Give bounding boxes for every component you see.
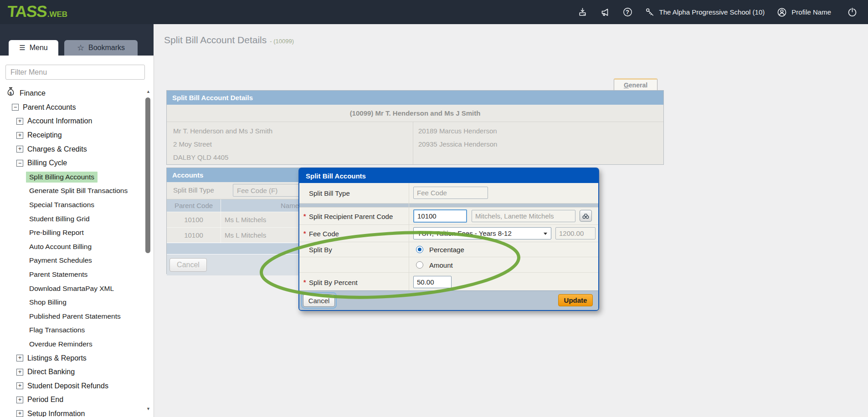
binoculars-icon: [581, 212, 590, 220]
split-bill-type-field: [413, 187, 488, 199]
menu-tree: $ Finance − Parent Accounts + Account In…: [0, 86, 145, 417]
school-switcher[interactable]: The Alpha Progressive School (10): [645, 7, 765, 17]
student-line: 20935 Jessica Henderson: [418, 137, 497, 151]
tab-bookmarks-label: Bookmarks: [88, 44, 125, 52]
tab-menu-label: Menu: [30, 44, 48, 52]
person-icon: [776, 7, 787, 18]
tass-web-logo[interactable]: TASS .WEB: [7, 2, 67, 20]
sidebar-item-listings-reports[interactable]: + Listings & Reports: [0, 351, 145, 365]
help-icon[interactable]: ?: [622, 7, 633, 17]
split-bill-accounts-modal: Split Bill Accounts Split Bill Type * Sp…: [298, 168, 599, 311]
search-parent-button[interactable]: [580, 210, 592, 222]
split-recipient-parent-code-label: Split Recipient Parent Code: [309, 212, 393, 220]
account-address: Mr T. Henderson and Ms J Smith 2 Moy Str…: [173, 124, 272, 164]
scrollbar-up-icon[interactable]: ▲: [146, 89, 150, 94]
sidebar-item-pre-billing-report[interactable]: Pre-billing Report: [0, 226, 145, 240]
account-heading: (10099) Mr T. Henderson and Ms J Smith: [167, 105, 663, 122]
address-line: Mr T. Henderson and Ms J Smith: [173, 124, 272, 137]
chevron-down-icon: [544, 233, 547, 235]
expand-icon[interactable]: +: [16, 132, 23, 139]
svg-text:$: $: [10, 91, 12, 96]
logo-subtext: .WEB: [47, 10, 67, 19]
collapse-icon[interactable]: −: [12, 104, 19, 111]
sidebar-item-split-billing-accounts[interactable]: Split Billing Accounts: [0, 170, 145, 184]
download-icon[interactable]: [577, 7, 588, 17]
expand-icon[interactable]: +: [16, 118, 23, 125]
sidebar-item-direct-banking[interactable]: + Direct Banking: [0, 365, 145, 379]
radio-percentage-label: Percentage: [429, 246, 464, 254]
money-bag-icon: $: [5, 86, 16, 100]
profile-menu[interactable]: Profile Name: [776, 7, 831, 18]
sidebar-item-account-information[interactable]: + Account Information: [0, 114, 145, 128]
scrollbar-down-icon[interactable]: ▼: [146, 407, 150, 411]
sidebar-item-student-billing-grid[interactable]: Student Billing Grid: [0, 212, 145, 226]
sidebar-item-charges-credits[interactable]: + Charges & Credits: [0, 142, 145, 156]
expand-icon[interactable]: +: [16, 410, 23, 417]
split-bill-account-details-panel: Split Bill Account Details (10099) Mr T.…: [166, 90, 664, 165]
update-button[interactable]: Update: [558, 294, 593, 306]
sidebar-item-student-deposit-refunds[interactable]: + Student Deposit Refunds: [0, 379, 145, 393]
required-marker: *: [303, 213, 306, 220]
modal-separator: [299, 203, 598, 208]
sidebar-item-billing-cycle[interactable]: − Billing Cycle: [0, 156, 145, 170]
col-parent-code: Parent Code: [167, 199, 221, 212]
megaphone-icon[interactable]: [600, 7, 611, 18]
split-bill-type-label: Split Bill Type: [309, 189, 350, 197]
expand-icon[interactable]: +: [16, 369, 23, 376]
cancel-button[interactable]: Cancel: [303, 294, 335, 307]
expand-icon[interactable]: +: [16, 355, 23, 361]
sidebar-item-overdue-reminders[interactable]: Overdue Reminders: [0, 337, 145, 351]
split-recipient-parent-code-input[interactable]: [413, 209, 467, 223]
panel-header: Split Bill Account Details: [167, 91, 663, 105]
sidebar-item-finance[interactable]: $ Finance: [0, 86, 145, 101]
tab-menu[interactable]: ☰ Menu: [9, 40, 58, 56]
page-title: Split Bill Account Details- (10099): [164, 35, 294, 46]
filter-menu-input[interactable]: [5, 65, 145, 80]
column-divider: [413, 122, 413, 164]
expand-icon[interactable]: +: [16, 382, 23, 389]
tab-bookmarks[interactable]: ☆ Bookmarks: [64, 40, 138, 56]
sidebar-item-shop-billing[interactable]: Shop Billing: [0, 295, 145, 310]
scrollbar-thumb[interactable]: [145, 97, 150, 253]
modal-split-by-percent-row: * Split By Percent: [299, 273, 598, 291]
tab-general[interactable]: General: [614, 78, 657, 90]
sidebar-item-setup-information[interactable]: + Setup Information: [0, 407, 145, 417]
sidebar-item-receipting[interactable]: + Receipting: [0, 128, 145, 142]
expand-icon[interactable]: +: [16, 397, 23, 403]
sidebar-item-download-smartapay-xml[interactable]: Download SmartaPay XML: [0, 281, 145, 295]
split-by-percent-input[interactable]: [413, 276, 452, 288]
fee-code-label: Fee Code: [309, 229, 339, 237]
radio-percentage[interactable]: [416, 246, 423, 253]
sidebar-item-payment-schedules[interactable]: Payment Schedules: [0, 254, 145, 268]
required-marker: *: [303, 279, 306, 286]
radio-amount[interactable]: [416, 261, 423, 269]
fee-amount-field: [555, 227, 596, 239]
sidebar-item-published-parent-statements[interactable]: Published Parent Statements: [0, 310, 145, 324]
modal-recipient-row: * Split Recipient Parent Code: [299, 208, 598, 225]
tass-web-screen: TASS .WEB ?: [0, 0, 868, 417]
page-title-text: Split Bill Account Details: [164, 35, 267, 45]
key-icon: [645, 7, 655, 17]
hamburger-icon: ☰: [19, 44, 25, 52]
sidebar-item-special-transactions[interactable]: Special Transactions: [0, 198, 145, 212]
sidebar-item-parent-statements[interactable]: Parent Statements: [0, 268, 145, 282]
expand-icon[interactable]: +: [16, 146, 23, 153]
collapse-icon[interactable]: −: [16, 160, 23, 167]
modal-split-by-row: Split By Percentage: [299, 242, 598, 257]
modal-fee-code-row: * Fee Code TUIT, Tuition Fees - Years 8-…: [299, 225, 598, 242]
sidebar-item-period-end[interactable]: + Period End: [0, 393, 145, 407]
modal-split-bill-type-row: Split Bill Type: [299, 183, 598, 203]
sidebar-item-generate-split-bill-transactions[interactable]: Generate Split Bill Transactions: [0, 184, 145, 198]
sidebar: $ Finance − Parent Accounts + Account In…: [0, 56, 154, 417]
sidebar-item-flag-transactions[interactable]: Flag Transactions: [0, 323, 145, 337]
fee-code-select[interactable]: TUIT, Tuition Fees - Years 8-12: [413, 227, 551, 239]
split-by-label: Split By: [309, 246, 332, 254]
student-line: 20189 Marcus Henderson: [418, 124, 497, 137]
sidebar-item-parent-accounts[interactable]: − Parent Accounts: [0, 101, 145, 115]
split-by-percent-label: Split By Percent: [309, 278, 358, 286]
power-icon[interactable]: [847, 6, 858, 18]
cancel-button-disabled[interactable]: Cancel: [169, 258, 207, 272]
modal-split-by-amount-row: Amount: [299, 257, 598, 273]
sidebar-item-auto-account-billing[interactable]: Auto Account Billing: [0, 240, 145, 254]
required-marker: *: [303, 230, 306, 237]
